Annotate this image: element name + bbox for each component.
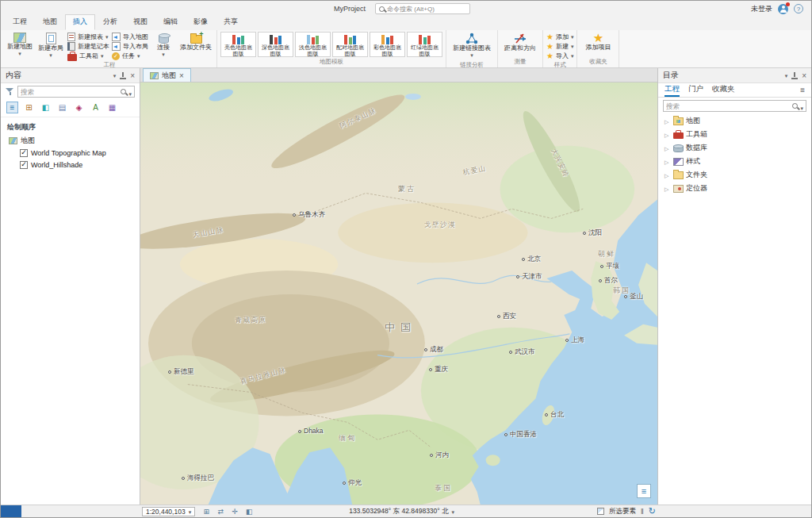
- tab-imagery[interactable]: 影像: [186, 14, 216, 30]
- sign-in-status[interactable]: 未登录: [751, 4, 772, 14]
- auto-hide-pin-icon[interactable]: [120, 72, 126, 79]
- catalog-item-maps[interactable]: 地图: [658, 114, 811, 128]
- map-template-item[interactable]: 浅色地图底图版: [295, 32, 331, 57]
- panel-menu-icon[interactable]: [785, 72, 788, 79]
- layer-row[interactable]: World Topographic Map: [1, 147, 140, 159]
- add-item-button[interactable]: 添加项目: [580, 32, 615, 52]
- swap-icon[interactable]: ⇄: [216, 507, 225, 516]
- list-by-snapping-icon[interactable]: ◈: [73, 102, 85, 113]
- expander-icon[interactable]: [665, 185, 671, 193]
- close-icon[interactable]: [130, 71, 135, 80]
- catalog-item-toolboxes[interactable]: 工具箱: [658, 128, 811, 141]
- layer-row[interactable]: World_Hillshade: [1, 159, 140, 171]
- map-node[interactable]: 地图: [1, 135, 140, 147]
- tab-map[interactable]: 地图: [35, 14, 65, 30]
- map-template-item[interactable]: 配对地图底图版: [332, 32, 368, 57]
- catalog-search-input[interactable]: [666, 102, 790, 110]
- add-folder-button[interactable]: 添加文件夹: [178, 32, 213, 52]
- expander-icon[interactable]: [665, 144, 671, 152]
- list-by-editing-icon[interactable]: ▤: [56, 102, 68, 113]
- tab-view[interactable]: 视图: [125, 14, 155, 30]
- expander-icon[interactable]: [665, 117, 671, 125]
- tab-insert[interactable]: 插入: [65, 14, 95, 30]
- contents-search[interactable]: [17, 86, 135, 98]
- tasks-button[interactable]: 任务: [112, 52, 148, 60]
- ribbon-tab-bar: 工程 地图 插入 分析 视图 编辑 影像 共享: [1, 17, 811, 30]
- distance-direction-button[interactable]: 距离和方向: [501, 32, 539, 53]
- close-icon[interactable]: [179, 71, 184, 80]
- grid-icon[interactable]: ⊞: [201, 507, 211, 516]
- new-report-button[interactable]: 新建报表: [67, 33, 109, 41]
- crosshair-icon[interactable]: ✛: [230, 507, 239, 516]
- map-label: 西安: [497, 312, 516, 321]
- map-label: Dhaka: [298, 427, 324, 435]
- tab-edit[interactable]: 编辑: [155, 14, 186, 30]
- catalog-item-styles[interactable]: 样式: [658, 155, 811, 168]
- map-document-tab[interactable]: 地图: [143, 68, 191, 82]
- command-search[interactable]: [375, 3, 470, 14]
- panel-menu-icon[interactable]: [113, 72, 117, 79]
- expander-icon[interactable]: [665, 131, 671, 139]
- menu-icon[interactable]: [800, 86, 805, 94]
- map-overview-button[interactable]: [637, 484, 651, 498]
- layout-icon: [46, 33, 56, 44]
- new-notebook-button[interactable]: 新建笔记本: [67, 42, 109, 51]
- map-template-item[interactable]: 彩色地图底图版: [370, 32, 405, 57]
- catalog-tab-favorites[interactable]: 收藏夹: [712, 83, 735, 97]
- new-map-button[interactable]: 新建地图: [6, 32, 34, 59]
- expander-icon[interactable]: [665, 171, 671, 179]
- catalog-tab-portal[interactable]: 门户: [688, 83, 703, 97]
- styles-add-button[interactable]: 添加: [546, 33, 573, 41]
- map-template-icon: [344, 34, 356, 44]
- filter-icon[interactable]: [6, 87, 14, 96]
- connections-button[interactable]: 连接: [151, 32, 176, 59]
- new-link-chart-button[interactable]: 新建链接图表: [450, 32, 494, 60]
- list-by-drawing-order-icon[interactable]: ≡: [6, 102, 18, 113]
- contrast-icon[interactable]: ◧: [244, 507, 254, 516]
- styles-new-button[interactable]: 新建: [546, 42, 573, 51]
- close-icon[interactable]: [802, 71, 806, 80]
- map-template-item[interactable]: 深色地图底图版: [258, 32, 293, 57]
- layer-checkbox[interactable]: [20, 161, 28, 169]
- expander-icon[interactable]: [665, 158, 671, 166]
- toolbox-button[interactable]: 工具箱: [67, 52, 109, 60]
- map-label: 成都: [424, 345, 443, 355]
- list-by-selection-icon[interactable]: ◧: [40, 102, 52, 113]
- auto-hide-pin-icon[interactable]: [791, 72, 798, 79]
- import-map-button[interactable]: 导入地图: [112, 33, 148, 41]
- map-label: 平壤: [600, 262, 619, 271]
- map-label: 上海: [565, 336, 584, 345]
- chevron-down-icon: [101, 52, 104, 59]
- map-label: 北京: [522, 255, 541, 264]
- coordinate-readout[interactable]: 133.5032948° 东 42.8498330° 北: [349, 507, 454, 516]
- catalog-tab-bar: 工程 门户 收藏夹: [658, 83, 811, 98]
- map-template-item[interactable]: 亮色地图底图版: [220, 32, 256, 57]
- tab-analysis[interactable]: 分析: [95, 14, 125, 30]
- map-canvas[interactable]: 阿尔泰山脉杭爱山蒙古乌鲁木齐天山山脉戈壁沙漠大兴安岭沈阳北京天津市朝鲜平壤首尔韩…: [140, 82, 657, 505]
- help-icon[interactable]: [794, 4, 803, 13]
- catalog-item-folders[interactable]: 文件夹: [658, 168, 811, 182]
- styles-import-button[interactable]: 导入: [546, 52, 573, 60]
- list-by-charts-icon[interactable]: ▦: [106, 102, 118, 113]
- import-layout-button[interactable]: 导入布局: [112, 42, 148, 51]
- map-scale-selector[interactable]: 1:20,440,103: [142, 507, 195, 516]
- command-search-input[interactable]: [387, 6, 466, 13]
- refresh-icon[interactable]: [649, 506, 656, 516]
- contents-search-input[interactable]: [21, 88, 118, 96]
- tab-project[interactable]: 工程: [5, 14, 35, 30]
- catalog-tab-project[interactable]: 工程: [665, 83, 680, 97]
- account-icon[interactable]: [778, 4, 788, 14]
- new-layout-button[interactable]: 新建布局: [36, 32, 65, 60]
- layer-checkbox[interactable]: [20, 149, 28, 157]
- catalog-search[interactable]: [663, 100, 806, 112]
- import-layout-icon: [112, 42, 121, 51]
- list-by-labeling-icon[interactable]: A: [90, 102, 102, 113]
- list-by-data-source-icon[interactable]: ⊞: [23, 102, 35, 113]
- catalog-item-locators[interactable]: 定位器: [658, 182, 811, 195]
- pause-drawing-icon[interactable]: [641, 508, 644, 516]
- tab-share[interactable]: 共享: [216, 14, 246, 30]
- maps-icon: [673, 117, 684, 125]
- chevron-down-icon: [128, 85, 132, 99]
- catalog-item-databases[interactable]: 数据库: [658, 141, 811, 155]
- map-template-item[interactable]: 红绿地图底图版: [407, 32, 442, 57]
